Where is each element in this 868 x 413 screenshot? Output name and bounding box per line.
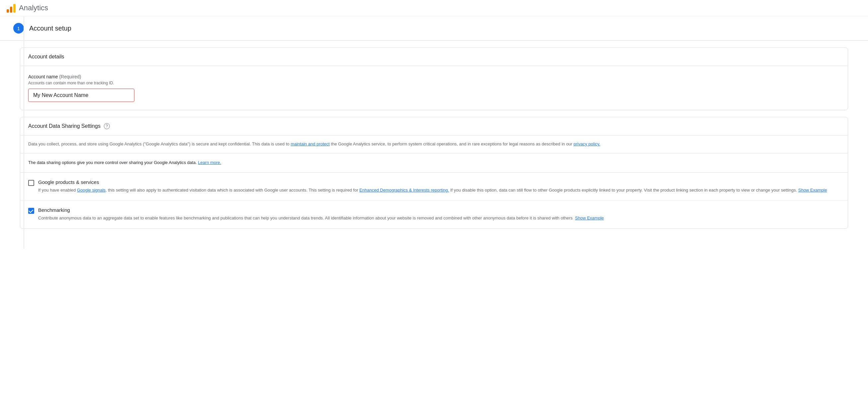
benchmarking-content: Benchmarking Contribute anonymous data t… xyxy=(38,207,604,222)
data-sharing-header: Account Data Sharing Settings ? xyxy=(20,117,848,136)
google-signals-link[interactable]: Google signals, xyxy=(77,187,107,193)
app-header: Analytics xyxy=(0,0,868,16)
logo-icon xyxy=(7,3,16,12)
benchmarking-show-example-link[interactable]: Show Example xyxy=(575,215,604,220)
vertical-divider xyxy=(24,16,24,249)
account-details-header: Account details xyxy=(20,48,848,66)
benchmarking-desc: Contribute anonymous data to an aggregat… xyxy=(38,215,604,222)
bar-1 xyxy=(7,9,9,12)
app-logo: Analytics xyxy=(7,3,48,12)
benchmarking-item: Benchmarking Contribute anonymous data t… xyxy=(20,201,848,228)
account-details-card: Account details Account name (Required) … xyxy=(20,48,848,110)
google-products-checkbox[interactable] xyxy=(28,180,34,186)
page-content: Account details Account name (Required) … xyxy=(0,48,868,249)
step-header: 1 Account setup xyxy=(0,16,868,41)
data-sharing-header-row: Account Data Sharing Settings ? xyxy=(28,123,840,129)
benchmarking-checkbox[interactable] xyxy=(28,208,34,214)
maintain-protect-link[interactable]: maintain and protect xyxy=(291,141,330,146)
required-indicator: (Required) xyxy=(59,74,81,79)
google-products-content: Google products & services If you have e… xyxy=(38,179,827,194)
account-name-input[interactable] xyxy=(28,89,134,102)
data-sharing-card: Account Data Sharing Settings ? Data you… xyxy=(20,117,848,229)
data-sharing-description: Data you collect, process, and store usi… xyxy=(20,136,848,153)
bar-2 xyxy=(10,7,12,12)
account-name-label: Account name (Required) xyxy=(28,74,840,79)
data-sharing-title: Account Data Sharing Settings xyxy=(28,123,100,129)
sharing-intro: The data sharing options give you more c… xyxy=(20,153,848,173)
enhanced-demographics-link[interactable]: Enhanced Demographics & Interests report… xyxy=(359,187,449,193)
sharing-intro-text: The data sharing options give you more c… xyxy=(28,160,198,165)
benchmarking-label: Benchmarking xyxy=(38,207,604,213)
google-products-show-example-link[interactable]: Show Example xyxy=(798,187,827,193)
sharing-desc-text1: Data you collect, process, and store usi… xyxy=(28,141,291,146)
google-products-row: Google products & services If you have e… xyxy=(28,179,840,194)
account-name-hint: Accounts can contain more than one track… xyxy=(28,81,840,85)
google-products-label: Google products & services xyxy=(38,179,827,185)
google-products-desc: If you have enabled Google signals, this… xyxy=(38,187,827,194)
benchmarking-row: Benchmarking Contribute anonymous data t… xyxy=(28,207,840,222)
sharing-desc-text2: the Google Analytics service, to perform… xyxy=(330,141,574,146)
app-title: Analytics xyxy=(19,4,48,12)
google-products-item: Google products & services If you have e… xyxy=(20,173,848,201)
main-content: 1 Account setup Account details Account … xyxy=(0,16,868,249)
step-title: Account setup xyxy=(29,25,71,32)
privacy-policy-link[interactable]: privacy policy. xyxy=(574,141,600,146)
help-icon[interactable]: ? xyxy=(104,123,110,129)
learn-more-link[interactable]: Learn more. xyxy=(198,160,221,165)
bar-3 xyxy=(13,4,16,12)
step-number: 1 xyxy=(13,23,24,33)
account-details-body: Account name (Required) Accounts can con… xyxy=(20,66,848,110)
